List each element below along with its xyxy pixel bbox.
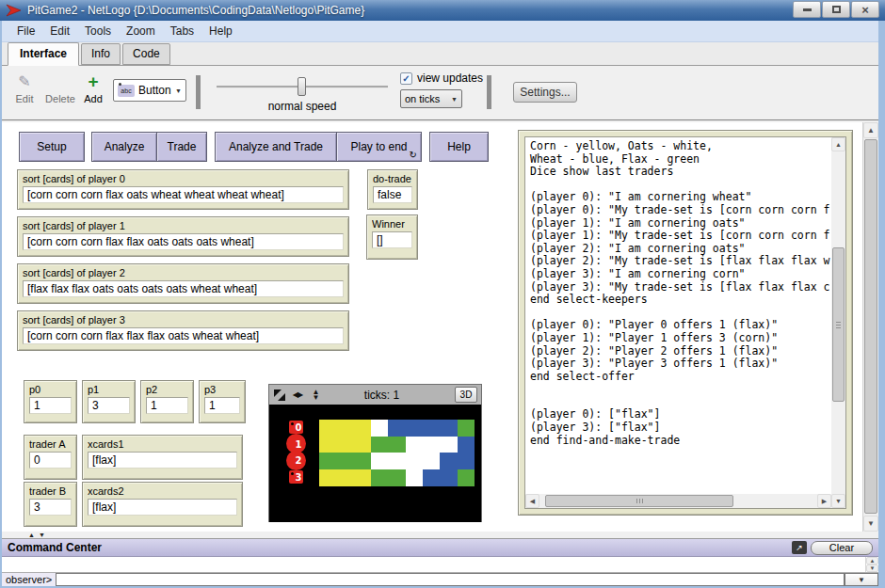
down-arrow-icon: ▼ <box>867 519 875 528</box>
scrollbar-thumb[interactable] <box>864 139 877 514</box>
resize-diagonal-icon[interactable] <box>273 389 286 401</box>
menu-file[interactable]: File <box>9 22 42 40</box>
up-arrow-icon: ▲ <box>867 126 875 135</box>
minimize-icon <box>803 8 812 11</box>
monitor-value: 3 <box>29 499 72 516</box>
help-button[interactable]: Help <box>429 132 489 162</box>
scroll-up-button[interactable]: ▲ <box>863 122 878 138</box>
monitor-value: 1 <box>146 397 188 414</box>
edit-tool-button[interactable]: ✎ Edit <box>11 73 38 104</box>
resize-horizontal-icon[interactable]: ◀▶ <box>291 389 304 401</box>
scrollbar-track[interactable] <box>831 151 845 494</box>
menu-zoom[interactable]: Zoom <box>119 22 163 40</box>
world-view: ◀▶ ▲ ▼ ticks: 1 3D 0123 <box>268 384 482 522</box>
scroll-up-button[interactable]: ▲ <box>866 557 878 564</box>
scroll-left-button[interactable]: ◀ <box>525 494 539 508</box>
scroll-down-button[interactable]: ▼ <box>831 494 845 508</box>
monitor-winner: Winner [] <box>366 215 418 260</box>
monitor-do-trade: do-trade false <box>367 169 418 210</box>
patch-cell <box>458 420 475 437</box>
settings-button[interactable]: Settings... <box>513 82 577 103</box>
up-arrow-icon: ▲ <box>870 558 876 564</box>
scroll-down-button[interactable]: ▼ <box>866 564 878 572</box>
scroll-down-button[interactable]: ▼ <box>863 516 878 532</box>
resize-vertical-icon[interactable]: ▲ ▼ <box>309 389 322 401</box>
patch-cell <box>371 453 389 469</box>
command-center: Command Center ↗ Clear ▲ ▼ observer> ▼ <box>2 538 878 586</box>
scrollbar-thumb[interactable] <box>545 495 733 507</box>
export-window-button[interactable]: ↗ <box>792 541 807 554</box>
view-3d-button[interactable]: 3D <box>455 387 477 403</box>
monitor-player0: sort [cards] of player 0 [corn corn corn… <box>17 169 349 210</box>
menu-tools[interactable]: Tools <box>77 22 119 40</box>
world-canvas[interactable]: 0123 <box>269 405 481 522</box>
widget-type-dropdown[interactable]: abc Button ▼ <box>113 79 186 102</box>
check-icon: ✓ <box>402 73 410 84</box>
ticks-counter: ticks: 1 <box>327 389 450 402</box>
command-center-splitter[interactable]: ▲ ▼ <box>2 532 878 538</box>
patch-cell <box>336 453 354 469</box>
monitor-xcards1: xcards1 [flax] <box>82 435 243 480</box>
button-widget-icon: abc <box>118 85 135 97</box>
view-grid <box>319 420 475 485</box>
delete-tool-button[interactable]: Delete <box>43 73 77 104</box>
monitor-label: do-trade <box>373 173 412 184</box>
patch-cell <box>423 469 441 486</box>
close-button[interactable]: × <box>851 1 879 18</box>
speed-slider-track[interactable] <box>217 77 388 96</box>
scroll-right-button[interactable]: ▶ <box>817 494 831 508</box>
menu-bar: File Edit Tools Zoom Tabs Help <box>2 21 878 42</box>
monitor-player2: sort [cards] of player 2 [flax flax flax… <box>17 263 349 304</box>
tab-code[interactable]: Code <box>122 43 170 65</box>
scrollbar-track[interactable] <box>539 494 817 508</box>
menu-edit[interactable]: Edit <box>42 22 77 40</box>
tab-interface[interactable]: Interface <box>8 42 79 66</box>
command-input[interactable] <box>56 573 845 586</box>
monitor-trader-a: trader A 0 <box>24 435 77 480</box>
monitor-value: [corn corn corn flax flax flax oats whea… <box>23 327 344 344</box>
menu-help[interactable]: Help <box>201 22 240 40</box>
agent-type-dropdown[interactable]: ▼ <box>845 573 878 586</box>
monitor-value: [] <box>372 231 412 248</box>
analyze-and-trade-button[interactable]: Analyze and Trade <box>215 132 337 162</box>
patch-cell <box>336 469 354 486</box>
tab-info[interactable]: Info <box>81 43 121 65</box>
view-updates-checkbox-row[interactable]: ✓ view updates <box>400 72 483 85</box>
speed-slider-thumb[interactable] <box>298 77 306 96</box>
main-vertical-scrollbar[interactable]: ▲ ▼ <box>862 122 878 532</box>
patch-cell <box>336 420 354 437</box>
add-tool-button[interactable]: + Add <box>81 73 105 104</box>
window-controls: × <box>793 0 879 21</box>
view-updates-label: view updates <box>417 72 483 85</box>
output-horizontal-scrollbar[interactable]: ◀ ▶ <box>525 494 831 508</box>
minimize-button[interactable] <box>793 1 821 18</box>
monitor-p2: p2 1 <box>140 380 194 423</box>
update-mode-dropdown[interactable]: on ticks ▼ <box>400 89 462 108</box>
view-updates-checkbox[interactable]: ✓ <box>400 72 412 85</box>
menu-tabs[interactable]: Tabs <box>163 22 201 40</box>
update-mode-value: on ticks <box>405 93 440 104</box>
patch-cell <box>371 420 389 437</box>
command-output-scrollbar[interactable]: ▲ ▼ <box>865 557 878 572</box>
maximize-button[interactable] <box>822 1 850 18</box>
clear-button[interactable]: Clear <box>811 541 873 555</box>
speed-label: normal speed <box>217 100 388 113</box>
monitor-label: p3 <box>204 384 240 395</box>
title-bar[interactable]: PitGame2 - NetLogo {D:\Documents\CodingD… <box>0 0 885 21</box>
scroll-up-button[interactable]: ▲ <box>831 137 845 151</box>
command-center-title: Command Center <box>8 541 102 554</box>
setup-button[interactable]: Setup <box>19 132 85 162</box>
patch-cell <box>319 453 337 469</box>
splitter-up-icon[interactable]: ▲ <box>28 532 35 538</box>
splitter-down-icon[interactable]: ▼ <box>39 532 45 538</box>
output-vertical-scrollbar[interactable]: ▲ ▼ <box>831 137 845 508</box>
scrollbar-thumb[interactable] <box>832 247 845 402</box>
patch-cell <box>458 453 475 469</box>
patch-cell <box>354 453 372 469</box>
play-to-end-button[interactable]: Play to end ↻ <box>336 132 422 162</box>
player-marker-label: 2 <box>286 455 306 466</box>
analyze-button[interactable]: Analyze <box>91 132 157 162</box>
trade-button[interactable]: Trade <box>156 132 207 162</box>
patch-cell <box>371 469 389 486</box>
output-text: Corn - yellow, Oats - white, Wheat - blu… <box>525 137 831 494</box>
